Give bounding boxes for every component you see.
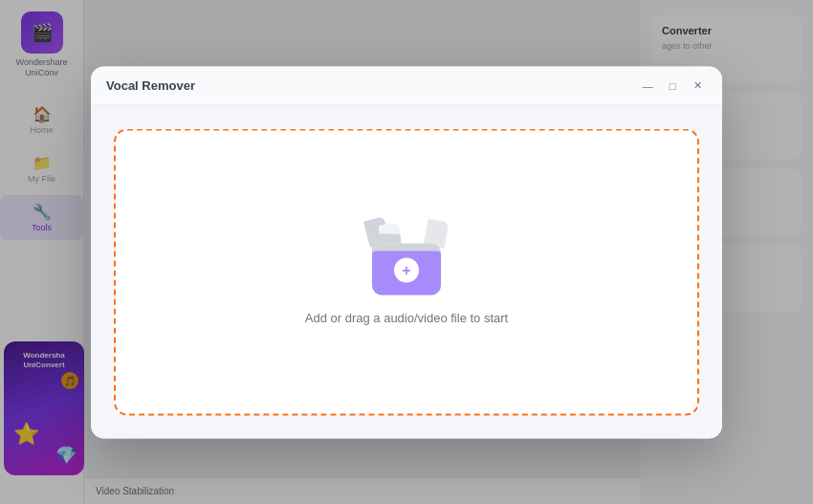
drop-zone-text: Add or drag a audio/video file to start <box>305 311 508 325</box>
minimize-button[interactable]: — <box>638 76 657 95</box>
folder-tab <box>372 234 401 244</box>
modal-title: Vocal Remover <box>106 78 195 93</box>
modal-titlebar: Vocal Remover — □ ✕ <box>91 66 722 105</box>
drop-zone[interactable]: + Add or drag a audio/video file to star… <box>114 128 699 415</box>
folder-plus-icon: + <box>394 258 419 283</box>
folder-illustration: + <box>359 219 454 296</box>
close-button[interactable]: ✕ <box>688 76 707 95</box>
maximize-button[interactable]: □ <box>663 76 682 95</box>
modal-body: + Add or drag a audio/video file to star… <box>91 105 722 438</box>
titlebar-controls: — □ ✕ <box>638 76 707 95</box>
vocal-remover-modal: Vocal Remover — □ ✕ + Add or drag a audi… <box>91 66 722 438</box>
folder-front: + <box>372 252 441 296</box>
